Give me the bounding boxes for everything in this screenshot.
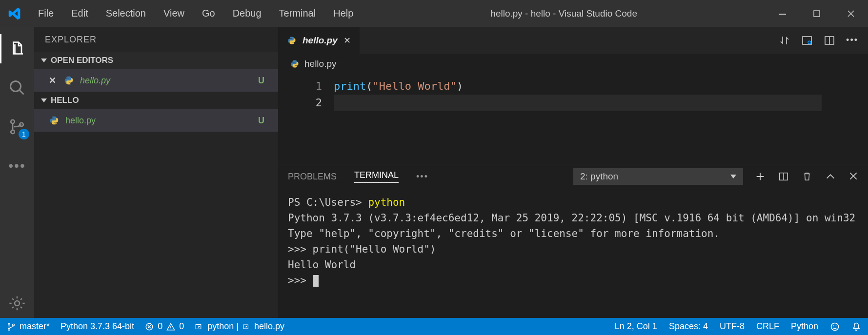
file-name: hello.py — [65, 116, 96, 126]
activity-settings[interactable] — [0, 289, 34, 318]
workspace-section[interactable]: HELLO — [34, 92, 278, 109]
terminal-text: Python 3.7.3 (v3.7.3:ef4ec6ed12, Mar 25 … — [288, 212, 855, 224]
status-encoding[interactable]: UTF-8 — [720, 321, 745, 332]
panel-tab-terminal[interactable]: TERMINAL — [354, 170, 399, 183]
python-file-icon — [290, 59, 300, 69]
split-editor-icon[interactable] — [824, 35, 835, 46]
panel-more-icon[interactable]: ••• — [416, 172, 428, 182]
menu-go[interactable]: Go — [193, 0, 224, 27]
editor-group: hello.py ✕ ••• hello.py 1 2 print("Hello… — [278, 27, 868, 318]
terminal-text: >>> — [288, 275, 313, 286]
menu-debug[interactable]: Debug — [224, 0, 270, 27]
maximize-button[interactable] — [800, 0, 834, 27]
menu-file[interactable]: File — [29, 0, 62, 27]
open-editors-label: OPEN EDITORS — [51, 56, 113, 65]
error-icon — [145, 322, 154, 331]
vscode-logo-icon — [0, 7, 29, 20]
activity-search[interactable] — [0, 73, 34, 102]
window-controls — [766, 0, 868, 27]
files-icon — [8, 40, 26, 58]
svg-point-4 — [11, 130, 15, 134]
more-actions-icon[interactable]: ••• — [846, 35, 858, 45]
svg-point-8 — [808, 41, 811, 44]
svg-point-14 — [8, 328, 10, 330]
activity-scm[interactable]: 1 — [0, 112, 34, 141]
minimize-button[interactable] — [766, 0, 800, 27]
panel-tab-bar: PROBLEMS TERMINAL ••• 2: python — [278, 164, 868, 189]
tab-close-icon[interactable]: ✕ — [343, 35, 351, 46]
compare-changes-icon[interactable] — [779, 35, 790, 46]
file-tree-item[interactable]: hello.py U — [34, 109, 278, 132]
gear-icon — [9, 295, 25, 312]
maximize-panel-icon[interactable] — [825, 171, 836, 182]
status-branch-label: master* — [20, 321, 50, 332]
workspace-label: HELLO — [51, 96, 79, 105]
terminal-body[interactable]: PS C:\Users> python Python 3.7.3 (v3.7.3… — [278, 189, 868, 318]
breadcrumb[interactable]: hello.py — [278, 54, 868, 74]
svg-point-22 — [833, 325, 834, 326]
status-debug-file: hello.py — [254, 321, 284, 332]
chevron-down-icon — [41, 99, 47, 102]
code-token: ) — [457, 80, 463, 92]
editor-tab[interactable]: hello.py ✕ — [278, 27, 360, 54]
terminal-text: PS C:\Users> — [288, 197, 368, 208]
python-file-icon — [287, 36, 297, 45]
status-debug-label: python | — [207, 321, 239, 332]
menu-view[interactable]: View — [155, 0, 193, 27]
bell-icon[interactable] — [851, 322, 861, 332]
status-eol[interactable]: CRLF — [756, 321, 779, 332]
menu-terminal[interactable]: Terminal — [270, 0, 325, 27]
open-editor-filename: hello.py — [80, 76, 110, 86]
open-changes-icon[interactable] — [801, 35, 813, 46]
warning-icon — [166, 322, 175, 331]
terminal-selector[interactable]: 2: python — [573, 168, 743, 185]
open-editor-item[interactable]: ✕ hello.py U — [34, 69, 278, 92]
sidebar-title: EXPLORER — [34, 27, 278, 52]
terminal-cursor — [313, 275, 319, 287]
svg-point-3 — [11, 120, 15, 124]
terminal-text: Type "help", "copyright", "credits" or "… — [288, 228, 720, 239]
status-problems[interactable]: 0 0 — [145, 321, 184, 332]
status-indent[interactable]: Spaces: 4 — [669, 321, 708, 332]
line-number: 2 — [278, 95, 322, 111]
close-button[interactable] — [834, 0, 868, 27]
feedback-smiley-icon[interactable] — [830, 322, 840, 332]
open-editors-section[interactable]: OPEN EDITORS — [34, 52, 278, 69]
svg-rect-1 — [814, 11, 820, 17]
status-cursor-pos[interactable]: Ln 2, Col 1 — [615, 321, 657, 332]
title-bar: File Edit Selection View Go Debug Termin… — [0, 0, 868, 27]
svg-point-15 — [13, 324, 15, 326]
status-python-env[interactable]: Python 3.7.3 64-bit — [61, 321, 134, 332]
menu-bar: File Edit Selection View Go Debug Termin… — [29, 0, 362, 27]
chevron-down-icon — [730, 175, 736, 178]
activity-more[interactable]: ••• — [0, 151, 34, 180]
status-branch[interactable]: master* — [7, 321, 50, 332]
bottom-panel: PROBLEMS TERMINAL ••• 2: python — [278, 164, 868, 318]
python-file-icon — [49, 115, 60, 126]
status-debug-target[interactable]: python | hello.py — [195, 321, 284, 332]
close-editor-icon[interactable]: ✕ — [49, 75, 58, 86]
activity-bar: 1 ••• — [0, 27, 34, 318]
search-icon — [8, 79, 26, 97]
new-terminal-icon[interactable] — [755, 171, 766, 182]
close-panel-icon[interactable] — [848, 171, 858, 181]
code-token: ( — [366, 80, 372, 92]
split-terminal-icon[interactable] — [778, 171, 789, 182]
git-status-badge: U — [258, 76, 271, 86]
svg-point-21 — [831, 323, 839, 330]
panel-tab-problems[interactable]: PROBLEMS — [288, 172, 337, 182]
current-line-highlight — [334, 95, 822, 111]
code-editor[interactable]: 1 2 print("Hello World") — [278, 74, 868, 164]
chevron-down-icon — [41, 59, 47, 62]
code-token: "Hello World" — [372, 80, 456, 92]
python-file-icon — [63, 75, 74, 86]
trash-icon[interactable] — [802, 171, 812, 182]
menu-selection[interactable]: Selection — [97, 0, 155, 27]
menu-edit[interactable]: Edit — [62, 0, 97, 27]
activity-explorer[interactable] — [0, 34, 34, 63]
svg-point-23 — [836, 325, 837, 326]
debug-icon — [195, 322, 203, 331]
scm-badge: 1 — [19, 129, 29, 139]
status-language[interactable]: Python — [791, 321, 818, 332]
menu-help[interactable]: Help — [324, 0, 362, 27]
